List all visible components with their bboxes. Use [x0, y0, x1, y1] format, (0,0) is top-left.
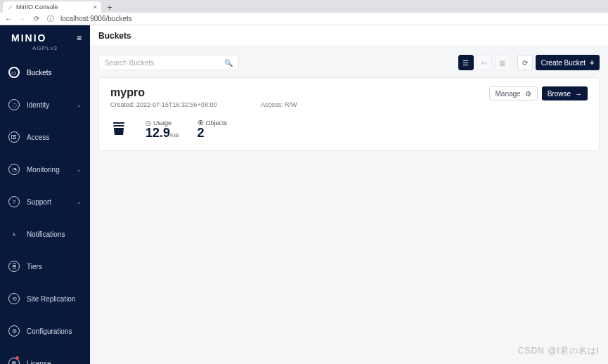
- tab-title: MinIO Console: [16, 4, 58, 11]
- bucket-meta: Created: 2022-07-15T16:32:56+08:00 Acces…: [110, 101, 297, 108]
- browse-label: Browse: [548, 90, 571, 98]
- tab-favicon: ⟋: [7, 4, 13, 11]
- sidebar-item-license[interactable]: 🖹 License: [0, 352, 90, 364]
- page-header: Buckets: [90, 25, 608, 46]
- refresh-button[interactable]: ⟳: [517, 55, 533, 70]
- page-content: 🔍 ☰ ↩ ▦ ⟳ C: [90, 46, 608, 160]
- sidebar-item-identity[interactable]: ◌ Identity ⌄: [0, 93, 90, 116]
- browser-chrome: ⟋ MinIO Console × + ← → ⟳ ⓘ localhost:90…: [0, 0, 608, 25]
- rewind-icon: ↩: [481, 59, 487, 67]
- list-view-toggle[interactable]: ☰: [458, 55, 474, 70]
- replication-icon: ⟲: [8, 293, 20, 304]
- rewind-button[interactable]: ↩: [477, 55, 492, 70]
- sidebar: MINIO ≡ AGPLv3 ▭ Buckets ◌ Identity ⌄ ⚿ …: [0, 25, 90, 364]
- access-label: Access:: [261, 101, 283, 108]
- brand-license: AGPLv3: [0, 45, 90, 58]
- sidebar-item-label: Tiers: [27, 263, 42, 271]
- created-label: Created:: [110, 101, 135, 108]
- sidebar-item-configurations[interactable]: ⚙ Configurations: [0, 320, 90, 342]
- create-bucket-label: Create Bucket: [541, 59, 586, 67]
- manage-label: Manage: [496, 90, 521, 98]
- usage-unit: KiB: [170, 132, 179, 138]
- browser-address-bar: ← → ⟳ ⓘ localhost:9006/buckets: [0, 13, 608, 25]
- search-icon: 🔍: [224, 59, 233, 67]
- browser-tab[interactable]: ⟋ MinIO Console ×: [3, 1, 101, 13]
- sidebar-item-label: Configurations: [27, 327, 72, 335]
- chevron-down-icon: ⌄: [77, 199, 82, 205]
- lambda-icon: λ: [8, 228, 20, 240]
- grid-view-toggle[interactable]: ▦: [495, 55, 510, 70]
- chevron-down-icon: ⌄: [77, 167, 82, 173]
- collapse-sidebar-icon[interactable]: ≡: [77, 33, 82, 43]
- objects-label: Objects: [206, 119, 228, 126]
- gear-icon: ⚙: [525, 90, 531, 98]
- sidebar-item-site-replication[interactable]: ⟲ Site Replication: [0, 287, 90, 310]
- url-text[interactable]: localhost:9006/buckets: [60, 15, 132, 22]
- access-value: R/W: [285, 101, 297, 108]
- brand-name: MINIO: [11, 32, 46, 44]
- created-value: 2022-07-15T16:32:56+08:00: [136, 101, 216, 108]
- bucket-card: mypro Created: 2022-07-15T16:32:56+08:00…: [98, 77, 600, 151]
- sidebar-nav: ▭ Buckets ◌ Identity ⌄ ⚿ Access ◔ Monito…: [0, 58, 90, 364]
- buckets-toolbar: 🔍 ☰ ↩ ▦ ⟳ C: [98, 55, 600, 70]
- objects-value: 2: [198, 126, 228, 141]
- browse-bucket-button[interactable]: Browse →: [542, 86, 588, 100]
- back-icon[interactable]: ←: [4, 15, 13, 22]
- sidebar-item-access[interactable]: ⚿ Access: [0, 126, 90, 148]
- sidebar-item-tiers[interactable]: ≣ Tiers: [0, 255, 90, 278]
- refresh-icon: ⟳: [522, 59, 528, 67]
- gear-icon: ⚙: [8, 325, 20, 337]
- sidebar-item-monitoring[interactable]: ◔ Monitoring ⌄: [0, 158, 90, 181]
- alert-badge: [15, 356, 19, 360]
- search-input[interactable]: [105, 59, 224, 67]
- browser-tab-bar: ⟋ MinIO Console × +: [0, 0, 608, 13]
- sidebar-item-label: Notifications: [27, 230, 65, 238]
- create-bucket-button[interactable]: Create Bucket +: [536, 55, 600, 70]
- user-icon: ◌: [8, 99, 20, 110]
- logo-row: MINIO ≡: [0, 25, 90, 45]
- support-icon: ?: [8, 196, 20, 207]
- site-info-icon[interactable]: ⓘ: [46, 14, 55, 24]
- grid-icon: ▦: [499, 59, 505, 67]
- reload-icon[interactable]: ⟳: [32, 15, 41, 22]
- main-area: Buckets 🔍 ☰ ↩ ▦: [90, 25, 608, 364]
- lock-icon: ⚿: [8, 131, 20, 143]
- plus-icon: +: [590, 59, 594, 67]
- chevron-down-icon: ⌄: [77, 102, 82, 108]
- new-tab-button[interactable]: +: [104, 3, 115, 13]
- forward-icon[interactable]: →: [18, 15, 27, 22]
- app: MINIO ≡ AGPLv3 ▭ Buckets ◌ Identity ⌄ ⚿ …: [0, 25, 608, 364]
- list-icon: ☰: [463, 59, 469, 67]
- svg-rect-0: [113, 124, 124, 125]
- arrow-right-icon: →: [575, 90, 582, 98]
- search-input-wrapper[interactable]: 🔍: [98, 55, 239, 70]
- usage-stat: ◷Usage 12.9KiB: [145, 119, 179, 141]
- sidebar-item-buckets[interactable]: ▭ Buckets: [0, 61, 90, 84]
- svg-rect-1: [114, 126, 124, 128]
- sidebar-item-label: Monitoring: [27, 166, 60, 174]
- bucket-icon: ▭: [8, 67, 20, 78]
- sidebar-item-label: Support: [27, 198, 51, 206]
- close-icon[interactable]: ×: [93, 4, 97, 11]
- objects-stat: ⦿Objects 2: [198, 119, 228, 141]
- manage-bucket-button[interactable]: Manage ⚙: [489, 86, 538, 100]
- sidebar-item-label: Site Replication: [27, 295, 75, 303]
- sidebar-item-label: Identity: [27, 101, 49, 109]
- monitor-icon: ◔: [8, 164, 20, 175]
- sidebar-item-label: License: [27, 360, 51, 365]
- sidebar-item-support[interactable]: ? Support ⌄: [0, 190, 90, 213]
- page-title: Buckets: [98, 31, 131, 41]
- bucket-graphic-icon: [110, 119, 127, 136]
- usage-value: 12.9: [145, 126, 170, 140]
- tiers-icon: ≣: [8, 261, 20, 272]
- bucket-name[interactable]: mypro: [110, 86, 297, 99]
- sidebar-item-label: Access: [27, 134, 49, 141]
- sidebar-item-notifications[interactable]: λ Notifications: [0, 223, 90, 245]
- sidebar-item-label: Buckets: [27, 69, 52, 77]
